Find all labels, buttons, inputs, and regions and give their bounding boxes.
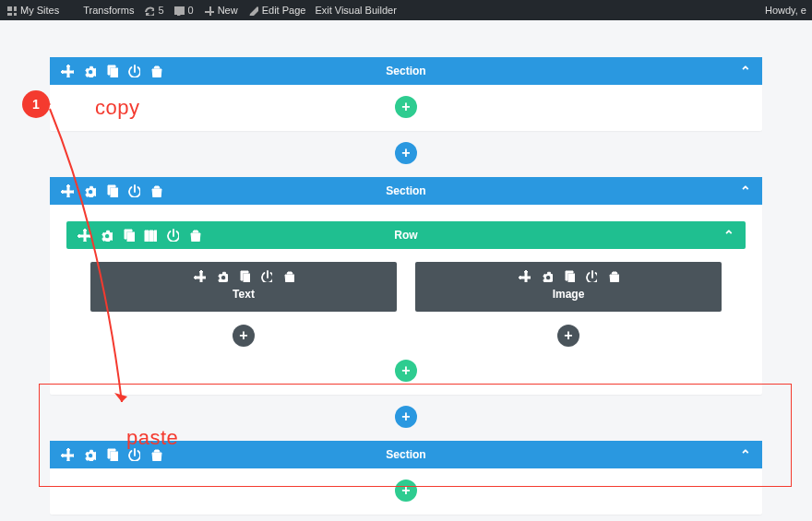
duplicate-icon[interactable] <box>562 269 575 282</box>
gear-icon[interactable] <box>83 65 96 77</box>
annotation-copy-label: copy <box>95 96 139 120</box>
refresh-icon <box>143 5 154 16</box>
comment-icon <box>173 5 185 16</box>
duplicate-icon[interactable] <box>122 229 135 242</box>
duplicate-icon[interactable] <box>237 269 250 282</box>
adminbar-mysites-label: My Sites <box>20 5 59 16</box>
move-icon[interactable] <box>193 269 206 282</box>
admin-bar: My Sites Transforms 5 0 New Edit Page Ex… <box>0 0 812 20</box>
collapse-icon[interactable]: ⌃ <box>740 184 751 197</box>
adminbar-comments-count: 0 <box>188 5 194 16</box>
duplicate-icon[interactable] <box>105 65 118 77</box>
add-module-button[interactable]: + <box>233 325 255 347</box>
annotation-marker-number: 1 <box>32 97 40 112</box>
section-3-body: + <box>50 468 762 515</box>
row-header[interactable]: Row ⌃ <box>66 221 746 249</box>
trash-icon[interactable] <box>606 269 619 282</box>
plus-icon <box>203 5 214 16</box>
gear-icon[interactable] <box>215 269 228 282</box>
adminbar-howdy[interactable]: Howdy, e <box>765 5 806 16</box>
module-image[interactable]: Image <box>415 262 722 312</box>
power-icon[interactable] <box>259 269 272 282</box>
move-icon[interactable] <box>518 269 531 282</box>
add-row-button[interactable]: + <box>395 96 417 118</box>
adminbar-editpage[interactable]: Edit Page <box>247 5 306 16</box>
adminbar-updates[interactable]: 5 <box>143 5 163 16</box>
trash-icon[interactable] <box>281 269 294 282</box>
power-icon[interactable] <box>127 184 140 197</box>
adminbar-exit-visual-builder[interactable]: Exit Visual Builder <box>315 5 396 16</box>
builder-canvas: Section ⌃ + + Section ⌃ <box>0 20 812 521</box>
annotation-paste-label: paste <box>126 426 178 450</box>
adminbar-updates-count: 5 <box>158 5 163 16</box>
section-1-body: + <box>50 85 762 131</box>
section-1-header[interactable]: Section ⌃ <box>50 57 762 85</box>
gear-icon[interactable] <box>83 184 96 197</box>
trash-icon[interactable] <box>149 65 162 77</box>
dashboard-icon <box>68 5 79 16</box>
adminbar-exit-label: Exit Visual Builder <box>315 5 396 16</box>
duplicate-icon[interactable] <box>105 184 118 197</box>
grid-icon <box>6 5 17 16</box>
annotation-marker: 1 <box>22 90 50 118</box>
gear-icon[interactable] <box>100 229 113 242</box>
adminbar-editpage-label: Edit Page <box>262 5 306 16</box>
move-icon[interactable] <box>61 65 74 77</box>
column-2: Image + <box>415 262 722 347</box>
pencil-icon <box>247 5 258 16</box>
duplicate-icon[interactable] <box>105 448 118 461</box>
section-2-header[interactable]: Section ⌃ <box>50 177 762 205</box>
section-2-body: Row ⌃ Text + <box>50 205 762 395</box>
adminbar-comments[interactable]: 0 <box>173 5 194 16</box>
add-section-button[interactable]: + <box>395 142 417 164</box>
section-1: Section ⌃ + <box>50 57 762 131</box>
module-image-label: Image <box>415 288 722 301</box>
power-icon[interactable] <box>584 269 597 282</box>
gear-icon[interactable] <box>540 269 553 282</box>
adminbar-mysites[interactable]: My Sites <box>6 5 59 16</box>
module-text-label: Text <box>90 288 397 301</box>
adminbar-site[interactable]: Transforms <box>68 5 134 16</box>
trash-icon[interactable] <box>188 229 201 242</box>
column-1: Text + <box>90 262 397 347</box>
adminbar-new[interactable]: New <box>203 5 238 16</box>
gear-icon[interactable] <box>83 448 96 461</box>
move-icon[interactable] <box>61 184 74 197</box>
adminbar-howdy-label: Howdy, e <box>765 5 806 16</box>
adminbar-new-label: New <box>218 5 238 16</box>
add-row-button[interactable]: + <box>395 360 417 382</box>
move-icon[interactable] <box>61 448 74 461</box>
section-3: Section ⌃ + <box>50 441 762 515</box>
section-1-title: Section <box>386 65 425 77</box>
power-icon[interactable] <box>127 448 140 461</box>
collapse-icon[interactable]: ⌃ <box>740 65 751 77</box>
row-columns: Text + Image + <box>66 262 746 347</box>
add-row-button[interactable]: + <box>395 480 417 502</box>
move-icon[interactable] <box>78 229 90 242</box>
power-icon[interactable] <box>166 229 179 242</box>
module-text[interactable]: Text <box>90 262 397 312</box>
power-icon[interactable] <box>127 65 140 77</box>
add-module-button[interactable]: + <box>557 325 579 347</box>
trash-icon[interactable] <box>149 448 162 461</box>
collapse-icon[interactable]: ⌃ <box>723 228 734 243</box>
add-section-button[interactable]: + <box>395 406 417 428</box>
section-2: Section ⌃ Row ⌃ <box>50 177 762 395</box>
columns-icon[interactable] <box>144 229 157 242</box>
row-title: Row <box>394 229 417 242</box>
trash-icon[interactable] <box>149 184 162 197</box>
adminbar-site-label: Transforms <box>83 5 134 16</box>
collapse-icon[interactable]: ⌃ <box>740 448 751 461</box>
section-3-title: Section <box>386 448 425 461</box>
section-2-title: Section <box>386 184 425 197</box>
